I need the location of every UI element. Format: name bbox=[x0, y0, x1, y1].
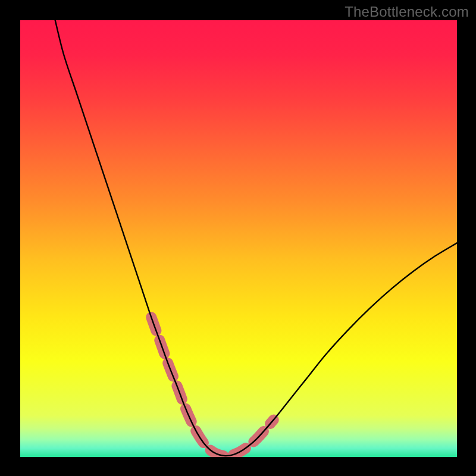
chart-stage: TheBottleneck.com bbox=[0, 0, 476, 476]
highlight-curve bbox=[151, 317, 274, 456]
curve-layer bbox=[20, 20, 457, 457]
watermark-text: TheBottleneck.com bbox=[345, 4, 469, 20]
plot-area bbox=[20, 20, 457, 457]
bottleneck-curve bbox=[55, 20, 457, 456]
